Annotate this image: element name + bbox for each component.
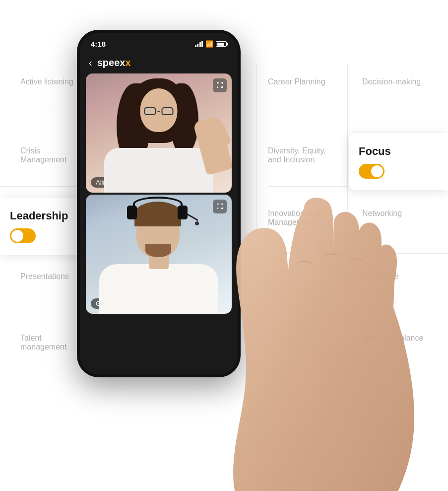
app-header: ‹ speexx <box>80 52 238 73</box>
expand-icon-bottom[interactable] <box>213 200 227 213</box>
leadership-card: Leadership <box>0 198 89 255</box>
skill-crisis-management: CrisisManagement <box>20 146 66 164</box>
skill-innovation: Innovation andManagement <box>268 209 320 227</box>
logo-accent: x <box>125 57 130 68</box>
skill-work-life-balance: Work-life balance <box>362 334 423 343</box>
phone-frame: 4:18 📶 ‹ spee <box>77 30 256 387</box>
video-panel-alina: Alina <box>86 73 232 193</box>
leadership-title: Leadership <box>10 210 79 222</box>
skill-networking: Networking <box>362 209 402 218</box>
status-bar: 4:18 📶 <box>80 33 238 52</box>
divider-h-2 <box>268 112 448 112</box>
status-time: 4:18 <box>91 40 106 48</box>
skill-resilience: Resilience <box>362 272 399 281</box>
app-logo: speexx <box>97 57 131 69</box>
back-button[interactable]: ‹ <box>89 57 92 69</box>
divider-h-8 <box>268 317 448 317</box>
skill-career-planning: Career Planning <box>268 77 325 86</box>
focus-title: Focus <box>359 145 438 158</box>
divider-v-right <box>347 65 348 362</box>
divider-v-center <box>256 65 256 362</box>
signal-icon <box>195 41 203 47</box>
wifi-icon: 📶 <box>205 40 213 48</box>
expand-icon-top[interactable] <box>213 78 227 92</box>
skill-active-listening: Active listening <box>20 77 73 86</box>
video-panel-gabriel: Gabriel <box>86 195 232 314</box>
skill-decision-making: Decision-making <box>362 77 421 86</box>
focus-toggle[interactable] <box>359 164 384 179</box>
video-container: Alina <box>80 73 238 320</box>
battery-icon <box>216 41 227 47</box>
status-icons: 📶 <box>195 40 227 48</box>
leadership-toggle[interactable] <box>10 228 36 243</box>
divider-h-6 <box>268 253 448 254</box>
focus-card: Focus <box>349 133 448 190</box>
skill-diversity: Diversity, Equity,and Inclusion <box>268 146 326 164</box>
skill-talent-management: Talentmanagement <box>20 334 66 351</box>
skill-presentations: Presentations <box>20 272 69 281</box>
